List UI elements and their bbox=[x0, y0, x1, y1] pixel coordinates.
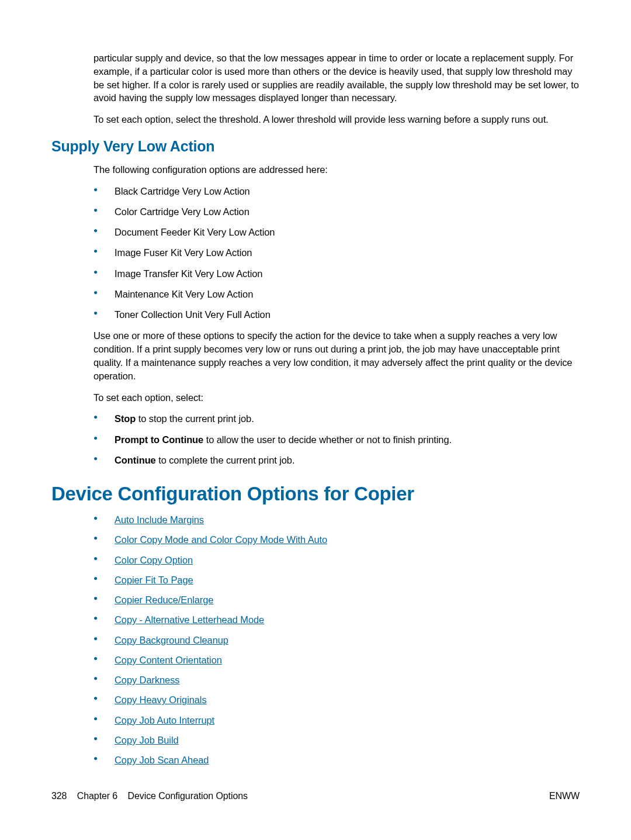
section1-paragraph-2: To set each option, select: bbox=[93, 391, 580, 405]
list-item: Color Copy Option bbox=[93, 554, 580, 566]
footer-left: 328 Chapter 6 Device Configuration Optio… bbox=[51, 791, 248, 801]
link-copier-reduce-enlarge[interactable]: Copier Reduce/Enlarge bbox=[115, 594, 213, 605]
list-item: Image Transfer Kit Very Low Action bbox=[93, 267, 580, 280]
list-item: Continue to complete the current print j… bbox=[93, 454, 580, 466]
section1-body: The following configuration options are … bbox=[93, 163, 580, 466]
list-item: Copier Fit To Page bbox=[93, 573, 580, 586]
action-continue-label: Continue bbox=[115, 455, 156, 465]
footer-chapter-prefix: Chapter 6 bbox=[77, 791, 117, 801]
link-auto-include-margins[interactable]: Auto Include Margins bbox=[115, 514, 204, 525]
intro-paragraph-2: To set each option, select the threshold… bbox=[93, 113, 580, 126]
section-heading-supply-very-low: Supply Very Low Action bbox=[51, 138, 580, 155]
list-item: Copy Job Auto Interrupt bbox=[93, 714, 580, 727]
list-item: Black Cartridge Very Low Action bbox=[93, 185, 580, 198]
list-item: Copy Job Build bbox=[93, 734, 580, 746]
action-prompt-text: to allow the user to decide whether or n… bbox=[203, 434, 452, 445]
link-copier-fit-to-page[interactable]: Copier Fit To Page bbox=[115, 575, 193, 585]
link-copy-darkness[interactable]: Copy Darkness bbox=[115, 675, 180, 685]
page-footer: 328 Chapter 6 Device Configuration Optio… bbox=[51, 791, 580, 801]
list-item: Stop to stop the current print job. bbox=[93, 412, 580, 425]
list-item: Maintenance Kit Very Low Action bbox=[93, 288, 580, 300]
action-continue-text: to complete the current print job. bbox=[156, 455, 295, 465]
list-item: Copy Content Orientation bbox=[93, 654, 580, 666]
footer-right: ENWW bbox=[549, 791, 580, 801]
intro-paragraph-1: particular supply and device, so that th… bbox=[93, 51, 580, 105]
footer-chapter-title: Device Configuration Options bbox=[128, 791, 248, 801]
link-color-copy-option[interactable]: Color Copy Option bbox=[115, 555, 193, 565]
list-item: Document Feeder Kit Very Low Action bbox=[93, 226, 580, 238]
link-copy-alt-letterhead[interactable]: Copy - Alternative Letterhead Mode bbox=[115, 614, 264, 625]
link-copy-job-auto-interrupt[interactable]: Copy Job Auto Interrupt bbox=[115, 715, 214, 725]
config-options-list: Black Cartridge Very Low Action Color Ca… bbox=[93, 185, 580, 322]
list-item: Auto Include Margins bbox=[93, 513, 580, 526]
action-stop-label: Stop bbox=[115, 413, 136, 424]
link-color-copy-mode[interactable]: Color Copy Mode and Color Copy Mode With… bbox=[115, 534, 327, 545]
link-copy-background-cleanup[interactable]: Copy Background Cleanup bbox=[115, 635, 228, 645]
list-item: Copy Darkness bbox=[93, 673, 580, 686]
link-copy-job-scan-ahead[interactable]: Copy Job Scan Ahead bbox=[115, 755, 209, 765]
list-item: Color Cartridge Very Low Action bbox=[93, 205, 580, 218]
page-number: 328 bbox=[51, 791, 67, 801]
section2-body: Auto Include Margins Color Copy Mode and… bbox=[93, 513, 580, 766]
section1-lead: The following configuration options are … bbox=[93, 163, 580, 177]
list-item: Toner Collection Unit Very Full Action bbox=[93, 308, 580, 321]
list-item: Color Copy Mode and Color Copy Mode With… bbox=[93, 533, 580, 546]
action-prompt-label: Prompt to Continue bbox=[115, 434, 203, 445]
list-item: Copy Heavy Originals bbox=[93, 693, 580, 706]
list-item: Copy - Alternative Letterhead Mode bbox=[93, 613, 580, 626]
link-copy-job-build[interactable]: Copy Job Build bbox=[115, 735, 179, 745]
link-copy-heavy-originals[interactable]: Copy Heavy Originals bbox=[115, 694, 207, 705]
actions-list: Stop to stop the current print job. Prom… bbox=[93, 412, 580, 466]
list-item: Copy Job Scan Ahead bbox=[93, 753, 580, 766]
list-item: Image Fuser Kit Very Low Action bbox=[93, 246, 580, 259]
link-copy-content-orientation[interactable]: Copy Content Orientation bbox=[115, 655, 222, 665]
list-item: Copier Reduce/Enlarge bbox=[93, 593, 580, 606]
copier-links-list: Auto Include Margins Color Copy Mode and… bbox=[93, 513, 580, 766]
document-page: particular supply and device, so that th… bbox=[0, 0, 631, 840]
action-stop-text: to stop the current print job. bbox=[136, 413, 254, 424]
list-item: Copy Background Cleanup bbox=[93, 634, 580, 647]
section1-paragraph-1: Use one or more of these options to spec… bbox=[93, 329, 580, 382]
chapter-heading-copier-options: Device Configuration Options for Copier bbox=[51, 483, 580, 505]
intro-block: particular supply and device, so that th… bbox=[93, 51, 580, 126]
list-item: Prompt to Continue to allow the user to … bbox=[93, 433, 580, 446]
